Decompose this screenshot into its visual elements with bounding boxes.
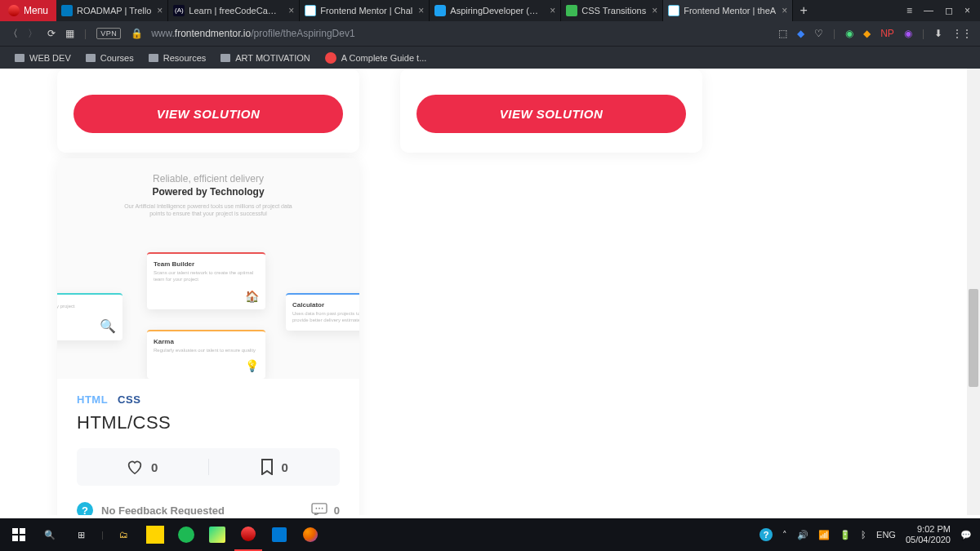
trello-icon (61, 5, 73, 16)
close-icon[interactable]: × (652, 5, 657, 16)
file-explorer-icon[interactable]: 🗂 (110, 518, 138, 551)
task-view-icon[interactable]: ⊞ (67, 518, 95, 551)
close-icon[interactable]: × (550, 5, 555, 16)
minimize-icon[interactable]: — (924, 5, 933, 16)
notifications-icon[interactable]: 💬 (960, 530, 972, 540)
snapshot-icon[interactable]: ⬚ (778, 28, 787, 39)
folder-icon (86, 54, 96, 62)
solution-card-partial-2: VIEW SOLUTION (400, 69, 702, 153)
browser-tab-bar: Menu ROADMAP | Trello× (A)Learn | freeCo… (0, 0, 980, 21)
volume-icon[interactable]: 🔊 (797, 530, 808, 540)
maximize-icon[interactable]: ◻ (945, 5, 953, 16)
firefox-icon[interactable] (296, 518, 324, 551)
vpn-badge[interactable]: VPN (96, 28, 121, 39)
bookmark-icon (261, 459, 274, 475)
shield-icon[interactable]: ◆ (797, 28, 804, 39)
search-icon[interactable]: 🔍 (36, 518, 64, 551)
tray-chevron-icon[interactable]: ˄ (782, 530, 787, 540)
folder-icon (15, 54, 24, 62)
chat-icon (311, 503, 327, 515)
solution-preview-image: Reliable, efficient delivery Powered by … (57, 158, 359, 379)
fm-icon (668, 5, 679, 16)
battery-icon[interactable]: 🔋 (840, 530, 851, 540)
reload-icon[interactable]: ⟳ (47, 28, 56, 39)
speed-dial-icon[interactable]: ▦ (65, 28, 74, 39)
address-bar: 〈 〉 ⟳ ▦ | VPN 🔒 www.frontendmentor.io/pr… (0, 21, 980, 46)
close-icon[interactable]: × (288, 5, 294, 16)
tab-0[interactable]: ROADMAP | Trello× (56, 0, 168, 21)
ext-icon-2[interactable]: ◆ (863, 28, 871, 39)
fm-icon (305, 5, 316, 16)
spotify-icon[interactable] (172, 518, 200, 551)
tab-2[interactable]: Frontend Mentor | Chal× (300, 0, 430, 21)
bookmark-folder[interactable]: ART MOTIVATION (220, 53, 310, 63)
url-field[interactable]: www.frontendmentor.io/profile/theAspirin… (151, 28, 770, 39)
svg-rect-5 (20, 528, 25, 534)
bookmark-folder[interactable]: Courses (86, 53, 134, 63)
comments-count[interactable]: 0 (311, 503, 340, 515)
forward-icon[interactable]: 〉 (28, 27, 38, 41)
tab-4[interactable]: CSS Transitions× (561, 0, 663, 21)
start-button[interactable] (5, 518, 33, 551)
clock[interactable]: 9:02 PM 05/04/2020 (906, 524, 951, 544)
help-tray-icon[interactable]: ? (760, 528, 773, 541)
tab-1[interactable]: (A)Learn | freeCodeCamp.o× (168, 0, 300, 21)
bookmarks-stat[interactable]: 0 (208, 459, 341, 475)
tab-5-active[interactable]: Frontend Mentor | theA× (663, 0, 793, 21)
solution-card-main: Reliable, efficient delivery Powered by … (57, 158, 359, 515)
pycharm-icon[interactable] (203, 518, 231, 551)
opera-logo-icon (8, 5, 20, 16)
solution-tags: HTML CSS (77, 393, 340, 406)
opera-menu-button[interactable]: Menu (0, 0, 56, 21)
twitter-icon (434, 5, 446, 16)
close-icon[interactable]: × (157, 5, 163, 16)
windows-taskbar: 🔍 ⊞ | 🗂 ? ˄ 🔊 📶 🔋 ᛒ ENG 9:02 PM 05/04/20… (0, 518, 980, 551)
tab-3[interactable]: AspiringDeveloper (@th× (430, 0, 561, 21)
tag-css: CSS (118, 393, 140, 406)
bookmark-folder[interactable]: WEB DEV (15, 53, 71, 63)
ext-icon-3[interactable]: NP (880, 28, 894, 39)
feedback-row: ? No Feedback Requested 0 (77, 502, 340, 515)
svg-point-3 (321, 508, 323, 509)
bookmarks-bar: WEB DEV Courses Resources ART MOTIVATION… (0, 46, 980, 69)
scrollbar-thumb[interactable] (969, 289, 978, 387)
ext-icon-1[interactable]: ◉ (845, 28, 853, 39)
window-controls: ≡ — ◻ × (897, 5, 980, 16)
bluetooth-icon[interactable]: ᛒ (861, 530, 866, 540)
bookmark-folder[interactable]: Resources (149, 53, 207, 63)
close-icon[interactable]: × (782, 5, 787, 16)
vscode-icon[interactable] (265, 518, 293, 551)
wifi-icon[interactable]: 📶 (818, 530, 830, 540)
back-icon[interactable]: 〈 (8, 27, 18, 41)
new-tab-button[interactable]: + (793, 3, 814, 18)
svg-rect-7 (20, 535, 25, 541)
easy-setup-icon[interactable]: ⋮⋮ (952, 28, 972, 39)
opera-icon[interactable] (234, 518, 262, 551)
close-icon[interactable]: × (418, 5, 424, 16)
bookmark-item[interactable]: A Complete Guide t... (325, 52, 427, 64)
svg-rect-4 (12, 528, 18, 534)
css-icon (566, 5, 577, 16)
view-solution-button[interactable]: VIEW SOLUTION (74, 95, 343, 133)
scrollbar-track[interactable] (967, 69, 980, 515)
downloads-icon[interactable]: ⬇ (934, 28, 942, 39)
page-content: VIEW SOLUTION VIEW SOLUTION Reliable, ef… (0, 69, 980, 515)
question-icon[interactable]: ? (77, 502, 93, 515)
tile-tabs-icon[interactable]: ≡ (906, 5, 912, 16)
likes-stat[interactable]: 0 (77, 460, 208, 474)
heart-icon[interactable]: ♡ (814, 28, 823, 39)
ext-icon-4[interactable]: ◉ (904, 28, 912, 39)
close-window-icon[interactable]: × (964, 5, 970, 16)
view-solution-button[interactable]: VIEW SOLUTION (416, 95, 686, 133)
solution-title: HTML/CSS (77, 412, 340, 433)
folder-icon (149, 54, 158, 62)
csstricks-icon (325, 52, 336, 64)
lock-icon[interactable]: 🔒 (131, 28, 143, 39)
feedback-label: No Feedback Requested (101, 504, 225, 516)
svg-rect-6 (12, 535, 18, 541)
language-indicator[interactable]: ENG (876, 530, 896, 540)
heart-icon (127, 460, 143, 474)
sticky-notes-icon[interactable] (146, 526, 164, 544)
solution-stats: 0 0 (77, 448, 340, 486)
solution-card-partial-1: VIEW SOLUTION (57, 69, 359, 153)
